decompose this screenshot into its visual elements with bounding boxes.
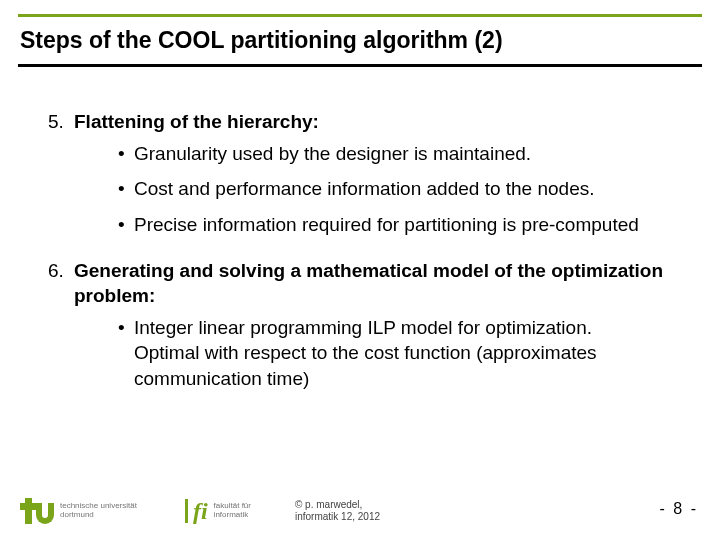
list-item: 5. Flattening of the hierarchy: bbox=[48, 109, 680, 135]
slide-footer: technische universität dortmund fi fakul… bbox=[0, 490, 720, 532]
bullet-text: Cost and performance information added t… bbox=[134, 176, 680, 202]
copyright-text: © p. marwedel, informatik 12, 2012 bbox=[295, 499, 380, 523]
copy-line1: © p. marwedel, bbox=[295, 499, 380, 511]
tu-dortmund-logo: technische universität dortmund bbox=[20, 498, 137, 524]
page-number: - 8 - bbox=[660, 500, 698, 518]
bullet-item: • Cost and performance information added… bbox=[118, 176, 680, 202]
bullet-icon: • bbox=[118, 141, 134, 167]
bullet-text: Granularity used by the designer is main… bbox=[134, 141, 680, 167]
tu-logo-icon bbox=[20, 498, 54, 524]
bullet-icon: • bbox=[118, 176, 134, 202]
tu-logo-text: technische universität dortmund bbox=[60, 502, 137, 520]
copy-line2: informatik 12, 2012 bbox=[295, 511, 380, 523]
bullet-icon: • bbox=[118, 212, 134, 238]
fi-line2: informatik bbox=[214, 511, 251, 520]
item-heading: Generating and solving a mathematical mo… bbox=[74, 258, 680, 309]
fi-logo: fi fakultät für informatik bbox=[185, 499, 251, 523]
fi-logo-icon: fi bbox=[185, 499, 208, 523]
item-number: 6. bbox=[48, 258, 74, 309]
bullet-item: • Precise information required for parti… bbox=[118, 212, 680, 238]
fi-logo-text: fakultät für informatik bbox=[214, 502, 251, 520]
bullet-group: • Integer linear programming ILP model f… bbox=[118, 315, 680, 392]
tu-line2: dortmund bbox=[60, 511, 137, 520]
item-heading: Flattening of the hierarchy: bbox=[74, 109, 319, 135]
bullet-group: • Granularity used by the designer is ma… bbox=[118, 141, 680, 238]
bullet-text: Integer linear programming ILP model for… bbox=[134, 315, 680, 392]
bullet-item: • Granularity used by the designer is ma… bbox=[118, 141, 680, 167]
slide-body: 5. Flattening of the hierarchy: • Granul… bbox=[0, 67, 720, 392]
slide-title: Steps of the COOL partitioning algorithm… bbox=[20, 27, 702, 54]
top-accent-rule bbox=[18, 14, 702, 17]
bullet-icon: • bbox=[118, 315, 134, 392]
item-number: 5. bbox=[48, 109, 74, 135]
bullet-item: • Integer linear programming ILP model f… bbox=[118, 315, 680, 392]
bullet-text: Precise information required for partiti… bbox=[134, 212, 680, 238]
list-item: 6. Generating and solving a mathematical… bbox=[48, 258, 680, 309]
